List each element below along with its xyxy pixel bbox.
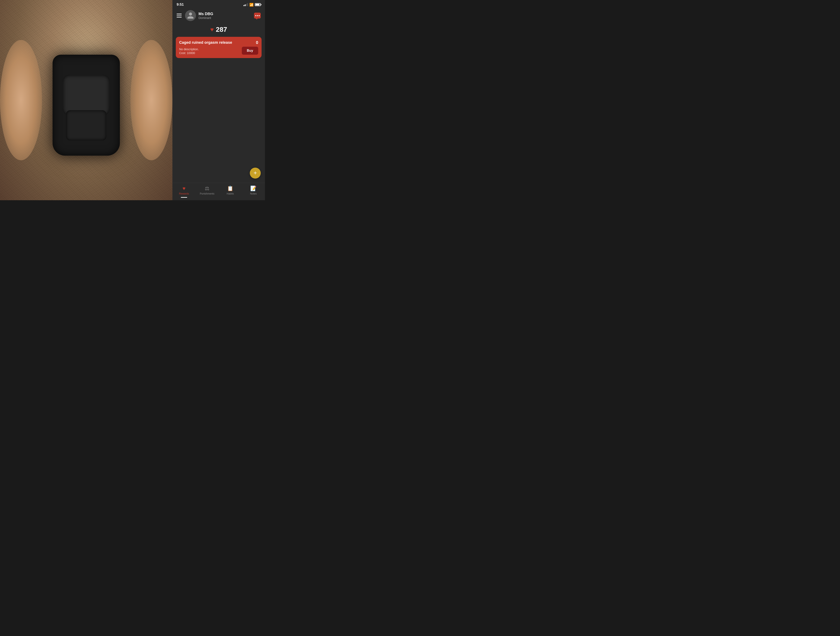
reward-card-header: Caged ruined orgasm release 0 xyxy=(179,40,258,45)
rewards-label: Rewards xyxy=(179,192,189,195)
nav-item-rewards[interactable]: ♥ Rewards xyxy=(172,185,196,196)
reward-description: No description. xyxy=(179,47,199,51)
reward-card-footer: No description. Cost: 10000 Buy xyxy=(179,47,258,55)
content-spacer xyxy=(172,62,265,168)
skin-left xyxy=(0,40,42,160)
wifi-icon: 📶 xyxy=(249,3,254,7)
user-name: Ms DBG xyxy=(199,12,251,16)
app-panel: 9:51 📶 xyxy=(172,0,265,200)
device-inner xyxy=(52,55,120,156)
photo-panel xyxy=(0,0,172,200)
notes-label: Notes xyxy=(250,192,257,195)
punishments-label: Punishments xyxy=(200,192,214,195)
status-time: 9:51 xyxy=(177,3,184,7)
reward-cost: Cost: 10000 xyxy=(179,51,199,55)
avatar xyxy=(185,10,196,21)
plus-icon: + xyxy=(254,170,257,176)
battery-icon xyxy=(255,3,261,6)
app-header: Ms DBG Dominant xyxy=(172,8,265,24)
nav-item-habits[interactable]: 📋 Habits xyxy=(219,185,242,196)
battery-fill xyxy=(256,4,259,5)
notes-icon: 📝 xyxy=(250,185,257,191)
habits-label: Habits xyxy=(227,192,234,195)
buy-button[interactable]: Buy xyxy=(242,47,258,55)
chat-icon xyxy=(254,13,261,19)
bottom-nav: ♥ Rewards ⚖ Punishments 📋 Habits 📝 Notes xyxy=(172,183,265,200)
skin-right xyxy=(130,40,172,160)
chat-button[interactable] xyxy=(253,12,262,19)
status-icons: 📶 xyxy=(243,3,261,7)
points-value: 287 xyxy=(216,26,227,33)
reward-title: Caged ruined orgasm release xyxy=(179,40,253,45)
avatar-icon xyxy=(187,12,194,19)
punishments-icon: ⚖ xyxy=(205,185,209,191)
reward-info: No description. Cost: 10000 xyxy=(179,47,199,55)
reward-count: 0 xyxy=(256,40,258,45)
status-bar: 9:51 📶 xyxy=(172,0,265,8)
nav-item-punishments[interactable]: ⚖ Punishments xyxy=(196,185,219,196)
nav-item-notes[interactable]: 📝 Notes xyxy=(242,185,265,196)
signal-icon xyxy=(243,3,248,6)
rewards-icon: ♥ xyxy=(183,185,185,191)
user-role: Dominant xyxy=(199,16,251,19)
hamburger-icon xyxy=(177,14,182,17)
chastity-device xyxy=(52,55,120,156)
photo-background xyxy=(0,0,172,200)
reward-card: Caged ruined orgasm release 0 No descrip… xyxy=(176,37,262,58)
points-section: ♥ 287 xyxy=(172,24,265,37)
chat-dots xyxy=(255,15,260,16)
heart-icon: ♥ xyxy=(210,26,214,33)
menu-button[interactable] xyxy=(176,13,183,18)
fab-container: + xyxy=(172,168,265,183)
user-info: Ms DBG Dominant xyxy=(199,12,251,19)
add-button[interactable]: + xyxy=(250,168,261,179)
habits-icon: 📋 xyxy=(227,185,234,191)
